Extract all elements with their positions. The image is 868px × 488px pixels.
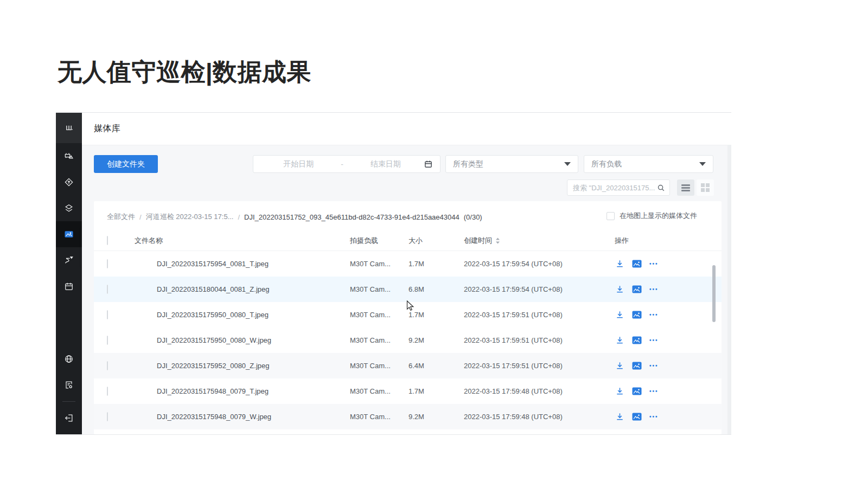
row-checkbox[interactable] [107, 310, 108, 319]
file-payload: M30T Cam... [350, 336, 409, 344]
file-size: 1.7M [409, 260, 464, 268]
panel-scrollbar-track[interactable] [727, 145, 731, 434]
search-icon[interactable] [657, 184, 665, 192]
show-on-map-checkbox[interactable] [607, 212, 615, 220]
file-name[interactable]: DJI_20220315175948_0079_W.jpeg [149, 413, 350, 421]
more-actions-icon[interactable]: ••• [649, 261, 659, 267]
table-scrollbar-thumb[interactable] [712, 265, 716, 322]
row-actions: ••• [610, 285, 709, 294]
download-icon[interactable] [615, 412, 624, 422]
file-name[interactable]: DJI_20220315175948_0079_T.jpeg [149, 387, 350, 395]
file-size: 6.8M [409, 285, 464, 293]
view-on-map-icon[interactable] [632, 336, 642, 345]
download-icon[interactable] [615, 387, 624, 396]
sidebar-item-models[interactable] [56, 169, 82, 195]
table-row[interactable]: DJI_20220315175948_0079_T.jpeg M30T Cam.… [94, 378, 722, 404]
row-checkbox[interactable] [107, 412, 108, 421]
sidebar-item-layers[interactable] [56, 195, 82, 221]
content-area: 媒体库 创建文件夹 开始日期 - 结束日期 所有类型 所有负载 [82, 113, 731, 434]
column-created[interactable]: 创建时间 [464, 236, 610, 246]
file-name[interactable]: DJI_20220315180044_0081_Z.jpeg [149, 285, 350, 293]
column-payload[interactable]: 拍摄负载 [350, 236, 409, 246]
select-all-checkbox[interactable] [107, 236, 108, 245]
view-on-map-icon[interactable] [632, 387, 642, 396]
file-created: 2022-03-15 17:59:51 (UTC+08) [464, 336, 610, 344]
sidebar-item-flight-route[interactable] [56, 247, 82, 273]
file-payload: M30T Cam... [350, 413, 409, 421]
breadcrumb-all-files[interactable]: 全部文件 [107, 212, 135, 222]
logout-icon [63, 413, 74, 423]
sidebar-logo[interactable] [56, 113, 82, 143]
layers-icon [63, 203, 74, 214]
view-on-map-icon[interactable] [632, 412, 642, 422]
table-header: 文件名称 拍摄负载 大小 创建时间 操作 [94, 230, 722, 251]
search-input[interactable] [573, 184, 657, 192]
selection-count: (0/30) [464, 213, 482, 221]
row-checkbox[interactable] [107, 336, 108, 345]
more-actions-icon[interactable]: ••• [649, 363, 659, 369]
type-filter-value: 所有类型 [453, 159, 483, 169]
show-on-map-toggle[interactable]: 在地图上显示的媒体文件 [607, 211, 697, 221]
sidebar-item-logout[interactable] [56, 405, 82, 431]
table-row[interactable]: DJI_20220315175950_0080_W.jpeg M30T Cam.… [94, 328, 722, 353]
list-view-button[interactable] [677, 179, 694, 196]
file-name[interactable]: DJI_20220315175950_0080_T.jpeg [149, 311, 350, 319]
row-actions: ••• [610, 310, 709, 320]
date-range-picker[interactable]: 开始日期 - 结束日期 [253, 155, 441, 173]
table-row[interactable]: DJI_20220315180044_0081_Z.jpeg M30T Cam.… [94, 277, 722, 302]
payload-filter-select[interactable]: 所有负载 [584, 155, 713, 173]
more-actions-icon[interactable]: ••• [649, 312, 659, 318]
create-folder-button[interactable]: 创建文件夹 [94, 155, 158, 173]
more-actions-icon[interactable]: ••• [649, 337, 659, 343]
sidebar-item-task-plan[interactable] [56, 273, 82, 299]
file-name[interactable]: DJI_20220315175950_0080_W.jpeg [149, 336, 350, 344]
row-checkbox[interactable] [107, 259, 108, 268]
more-actions-icon[interactable]: ••• [649, 414, 659, 420]
sidebar-item-task-log[interactable] [56, 372, 82, 398]
view-on-map-icon[interactable] [632, 310, 642, 320]
sidebar-item-devices[interactable] [56, 143, 82, 169]
view-on-map-icon[interactable] [632, 259, 642, 269]
row-checkbox[interactable] [107, 387, 108, 396]
row-checkbox[interactable] [107, 361, 108, 370]
start-date-placeholder: 开始日期 [260, 159, 337, 169]
file-payload: M30T Cam... [350, 362, 409, 370]
grid-view-icon [701, 183, 710, 192]
table-row[interactable]: DJI_20220315175954_0081_T.jpeg M30T Cam.… [94, 251, 722, 277]
file-name[interactable]: DJI_20220315175952_0080_Z.jpeg [149, 362, 350, 370]
download-icon[interactable] [615, 259, 624, 269]
file-payload: M30T Cam... [350, 285, 409, 293]
file-size: 1.7M [409, 311, 464, 319]
download-icon[interactable] [615, 361, 624, 371]
more-actions-icon[interactable]: ••• [649, 286, 659, 292]
column-size[interactable]: 大小 [409, 236, 464, 246]
download-icon[interactable] [615, 336, 624, 345]
view-on-map-icon[interactable] [632, 361, 642, 371]
download-icon[interactable] [615, 285, 624, 294]
model-upload-icon [63, 177, 74, 188]
breadcrumb-mission-folder[interactable]: 河道巡检 2022-03-15 17:5... [146, 212, 234, 222]
file-size: 9.2M [409, 336, 464, 344]
download-icon[interactable] [615, 310, 624, 320]
sidebar-divider [62, 401, 75, 402]
calendar-icon [424, 159, 433, 169]
file-size: 9.2M [409, 413, 464, 421]
row-checkbox[interactable] [107, 285, 108, 294]
flight-route-icon [63, 255, 74, 266]
view-on-map-icon[interactable] [632, 285, 642, 294]
file-name[interactable]: DJI_20220315175954_0081_T.jpeg [149, 260, 350, 268]
breadcrumb-separator: / [238, 213, 240, 221]
screen: 无人值守巡检|数据成果 [0, 0, 868, 488]
sidebar-item-language[interactable] [56, 346, 82, 372]
type-filter-select[interactable]: 所有类型 [445, 155, 578, 173]
column-file-name[interactable]: 文件名称 [126, 236, 350, 246]
file-size: 6.4M [409, 362, 464, 370]
table-row[interactable]: DJI_20220315175948_0079_W.jpeg M30T Cam.… [94, 404, 722, 429]
sort-icon[interactable] [495, 237, 500, 244]
sidebar-item-media-library[interactable] [56, 221, 82, 247]
table-row[interactable]: DJI_20220315175950_0080_T.jpeg M30T Cam.… [94, 302, 722, 328]
table-row[interactable]: DJI_20220315175952_0080_Z.jpeg M30T Cam.… [94, 353, 722, 378]
grid-view-button[interactable] [697, 179, 714, 196]
column-actions: 操作 [610, 236, 709, 246]
more-actions-icon[interactable]: ••• [649, 388, 659, 394]
